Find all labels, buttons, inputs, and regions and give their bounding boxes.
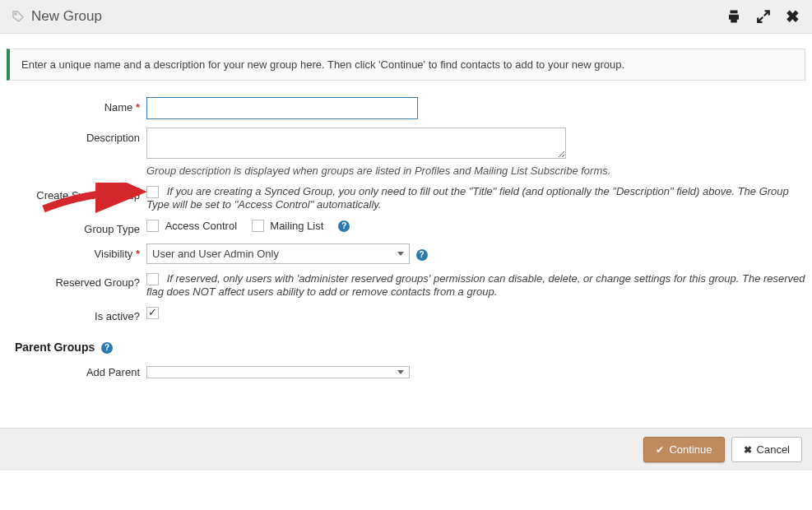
synced-label: Create Synced Group [7,185,146,202]
active-label: Is active? [7,306,146,322]
dialog-title: New Group [31,8,726,25]
mailing-list-checkbox[interactable] [252,220,264,232]
visibility-label: Visibility * [7,243,146,260]
synced-checkbox[interactable] [146,186,159,198]
description-input[interactable] [146,128,566,159]
svg-point-0 [15,13,16,15]
chevron-down-icon [397,252,404,256]
synced-note: If you are creating a Synced Group, you … [146,185,789,211]
description-help: Group description is displayed when grou… [146,165,805,177]
access-control-label: Access Control [165,220,237,232]
header-actions: ✖ [726,9,800,24]
active-checkbox[interactable] [146,307,159,319]
print-icon[interactable] [726,9,741,24]
check-icon: ✔ [656,444,664,456]
close-icon: ✖ [744,444,752,456]
reserved-label: Reserved Group? [7,272,146,289]
add-parent-select[interactable] [146,366,410,378]
group-type-label: Group Type [7,219,146,235]
visibility-select[interactable]: User and User Admin Only [146,243,410,264]
parent-groups-help-icon[interactable]: ? [101,342,113,354]
mailing-list-label: Mailing List [270,220,323,232]
reserved-checkbox[interactable] [146,273,159,285]
continue-button[interactable]: ✔ Continue [643,437,724,462]
reserved-note: If reserved, only users with 'administer… [146,272,805,298]
expand-icon[interactable] [756,9,771,24]
visibility-help-icon[interactable]: ? [416,249,428,261]
tag-icon [12,10,25,23]
cancel-button[interactable]: ✖ Cancel [731,437,802,462]
close-icon[interactable]: ✖ [786,9,800,24]
name-label: Name * [7,97,146,114]
group-type-help-icon[interactable]: ? [338,220,350,232]
chevron-down-icon [397,370,404,374]
name-input[interactable] [146,97,418,119]
access-control-checkbox[interactable] [146,220,159,232]
add-parent-label: Add Parent [7,362,146,378]
visibility-selected: User and User Admin Only [152,248,279,260]
info-banner: Enter a unique name and a description fo… [7,49,805,81]
dialog-footer: ✔ Continue ✖ Cancel [0,428,812,471]
description-label: Description [7,128,146,144]
parent-groups-heading: Parent Groups ? [15,341,805,354]
dialog-header: New Group ✖ [0,0,812,34]
